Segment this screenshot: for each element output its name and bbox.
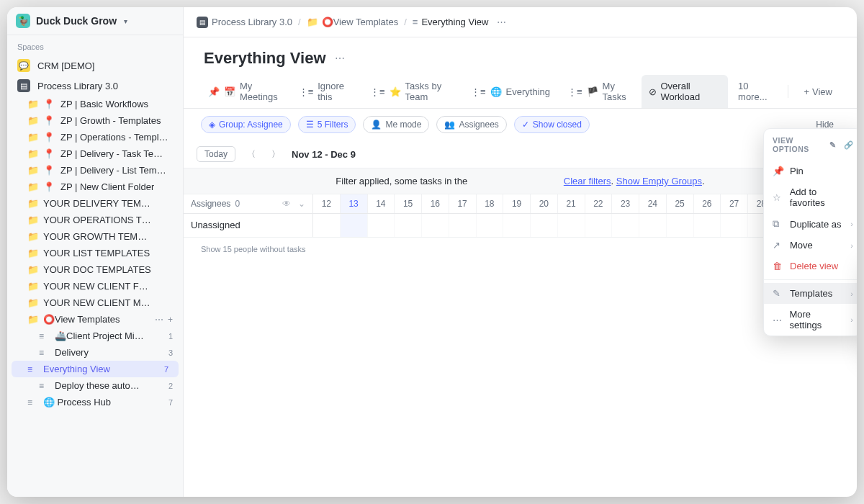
next-period-button[interactable]: 〉 xyxy=(267,147,284,162)
tab-my-tasks[interactable]: ⋮≡ 🏴 My Tasks xyxy=(560,75,639,108)
folder-your-operations[interactable]: 📁 YOUR OPERATIONS TEMPLATES xyxy=(7,212,183,228)
show-closed-pill[interactable]: ✓ Show closed xyxy=(514,116,590,133)
day-cell[interactable] xyxy=(667,214,694,237)
day-header[interactable]: 24 xyxy=(639,194,667,213)
folder-new-client[interactable]: 📁 📍 ZP | New Client Folder xyxy=(7,179,183,195)
day-header[interactable]: 26 xyxy=(694,194,721,213)
day-header[interactable]: 13 xyxy=(341,194,368,213)
day-header[interactable]: 25 xyxy=(667,194,694,213)
day-cell[interactable] xyxy=(422,214,449,237)
day-cell[interactable] xyxy=(694,214,721,237)
popover-more-settings[interactable]: ⋯ More settings › xyxy=(764,304,857,336)
show-people-link[interactable]: Show 15 people without tasks xyxy=(184,238,857,261)
breadcrumb-space[interactable]: ▤ Process Library 3.0 xyxy=(197,17,292,28)
tab-my-meetings[interactable]: 📌 📅 My Meetings xyxy=(201,75,289,108)
list-everything-view[interactable]: ≡ Everything View 7 xyxy=(12,361,179,377)
popover-favorites[interactable]: ☆ Add to favorites xyxy=(764,181,857,213)
day-header[interactable]: 18 xyxy=(477,194,504,213)
tab-overall-workload[interactable]: ⊘ Overall Workload xyxy=(642,75,729,108)
day-header[interactable]: 17 xyxy=(449,194,477,213)
group-count: 0 xyxy=(235,199,240,209)
workspace-switcher[interactable]: 🦆 Duck Duck Grow ▾ xyxy=(7,7,183,35)
link-icon[interactable]: 🔗 xyxy=(844,140,854,150)
space-process-library[interactable]: ▤ Process Library 3.0 xyxy=(7,76,183,96)
add-view-button[interactable]: + View xyxy=(796,81,840,103)
folder-delivery-task-templates[interactable]: 📁 📍 ZP | Delivery - Task Templates xyxy=(7,145,183,162)
space-crm[interactable]: 💬 CRM [DEMO] xyxy=(7,55,183,76)
day-cell[interactable] xyxy=(503,214,531,237)
day-cell[interactable] xyxy=(721,214,748,237)
more-icon[interactable]: ⋯ xyxy=(155,315,163,325)
folder-your-doc[interactable]: 📁 YOUR DOC TEMPLATES xyxy=(7,261,183,278)
folder-new-client-migration[interactable]: 📁 YOUR NEW CLIENT MIGRATIO… xyxy=(7,294,183,311)
folder-your-list[interactable]: 📁 YOUR LIST TEMPLATES xyxy=(7,245,183,261)
folder-basic-workflows[interactable]: 📁 📍 ZP | Basic Workflows xyxy=(7,96,183,112)
popover-templates[interactable]: ✎ Templates › xyxy=(764,283,857,304)
folder-delivery-list-templates[interactable]: 📁 📍 ZP | Delivery - List Templates xyxy=(7,162,183,179)
day-header[interactable]: 19 xyxy=(503,194,531,213)
tab-tasks-by-team[interactable]: ⋮≡ ⭐ Tasks by Team xyxy=(363,75,461,108)
folder-your-growth[interactable]: 📁 YOUR GROWTH TEMPLATES xyxy=(7,228,183,245)
clear-filters-link[interactable]: Clear filters xyxy=(564,176,611,186)
tab-ignore-this[interactable]: ⋮≡ Ignore this xyxy=(292,75,360,108)
show-empty-groups-link[interactable]: Show Empty Groups xyxy=(616,176,702,186)
day-cell[interactable] xyxy=(368,214,395,237)
prev-period-button[interactable]: 〈 xyxy=(243,147,260,162)
day-header[interactable]: 27 xyxy=(721,194,748,213)
day-cell[interactable] xyxy=(477,214,504,237)
list-icon: ⋮≡ xyxy=(370,86,385,97)
timeline-row-unassigned[interactable]: Unassigned xyxy=(184,214,857,238)
day-cell[interactable] xyxy=(395,214,422,237)
eye-icon[interactable]: 👁 xyxy=(282,199,291,209)
list-icon: ⋮≡ xyxy=(567,86,582,97)
folder-view-templates[interactable]: 📁 ⭕View Templates ⋯ + xyxy=(7,311,183,328)
timeline-group-header[interactable]: Assignees 0 👁 ⌄ xyxy=(184,194,313,213)
folder-new-client-folder-te[interactable]: 📁 YOUR NEW CLIENT FOLDER TE… xyxy=(7,278,183,294)
day-cell[interactable] xyxy=(449,214,477,237)
day-cell[interactable] xyxy=(612,214,639,237)
me-mode-pill[interactable]: 👤 Me mode xyxy=(363,116,429,133)
day-cell[interactable] xyxy=(558,214,585,237)
title-more-icon[interactable]: ⋯ xyxy=(335,53,345,64)
tab-everything[interactable]: ⋮≡ 🌐 Everything xyxy=(464,81,557,103)
popover-move[interactable]: ↗ Move › xyxy=(764,235,857,256)
popover-delete[interactable]: 🗑 Delete view xyxy=(764,256,857,276)
breadcrumb-list[interactable]: ≡ Everything View xyxy=(413,17,489,27)
popover-pin[interactable]: 📌 Pin xyxy=(764,161,857,181)
folder-operations-templates[interactable]: 📁 📍 ZP | Operations - Templates xyxy=(7,129,183,145)
day-header[interactable]: 20 xyxy=(531,194,558,213)
day-header[interactable]: 12 xyxy=(313,194,341,213)
flag-icon: 🏴 xyxy=(587,86,598,97)
collapse-icon[interactable]: ⌄ xyxy=(298,199,305,209)
day-cell[interactable] xyxy=(313,214,341,237)
breadcrumb-folder[interactable]: 📁 ⭕View Templates xyxy=(307,17,399,27)
day-cell[interactable] xyxy=(585,214,613,237)
day-header[interactable]: 23 xyxy=(612,194,639,213)
list-deploy-automations[interactable]: ≡ Deploy these automations 2 xyxy=(7,377,183,394)
list-delivery[interactable]: ≡ Delivery 3 xyxy=(7,344,183,361)
day-cell[interactable] xyxy=(531,214,558,237)
folder-growth-templates[interactable]: 📁 📍 ZP | Growth - Templates xyxy=(7,112,183,129)
group-pill[interactable]: ◈ Group: Assignee xyxy=(201,116,291,133)
breadcrumb-more-icon[interactable]: ⋯ xyxy=(494,15,509,29)
day-header[interactable]: 16 xyxy=(422,194,449,213)
popover-duplicate[interactable]: ⧉ Duplicate as › xyxy=(764,213,857,235)
day-cell[interactable] xyxy=(639,214,667,237)
assignees-pill[interactable]: 👥 Assignees xyxy=(436,116,506,133)
folder-your-delivery[interactable]: 📁 YOUR DELIVERY TEMPLATES xyxy=(7,195,183,212)
list-client-migration[interactable]: ≡ 🚢Client Project Migration… 1 xyxy=(7,328,183,344)
edit-icon[interactable]: ✎ xyxy=(829,140,837,150)
folder-icon: 📁 xyxy=(27,297,37,308)
chevron-down-icon: ▾ xyxy=(124,17,127,25)
day-cell[interactable] xyxy=(341,214,368,237)
day-header[interactable]: 14 xyxy=(368,194,395,213)
today-button[interactable]: Today xyxy=(197,146,235,162)
day-header[interactable]: 22 xyxy=(585,194,613,213)
filters-pill[interactable]: ☰ 5 Filters xyxy=(298,116,356,133)
more-tabs-button[interactable]: 10 more... xyxy=(731,75,782,108)
day-header[interactable]: 15 xyxy=(395,194,422,213)
list-icon: ≡ xyxy=(39,348,49,358)
list-process-hub[interactable]: ≡ 🌐 Process Hub 7 xyxy=(7,394,183,410)
add-icon[interactable]: + xyxy=(168,315,173,325)
day-header[interactable]: 21 xyxy=(558,194,585,213)
